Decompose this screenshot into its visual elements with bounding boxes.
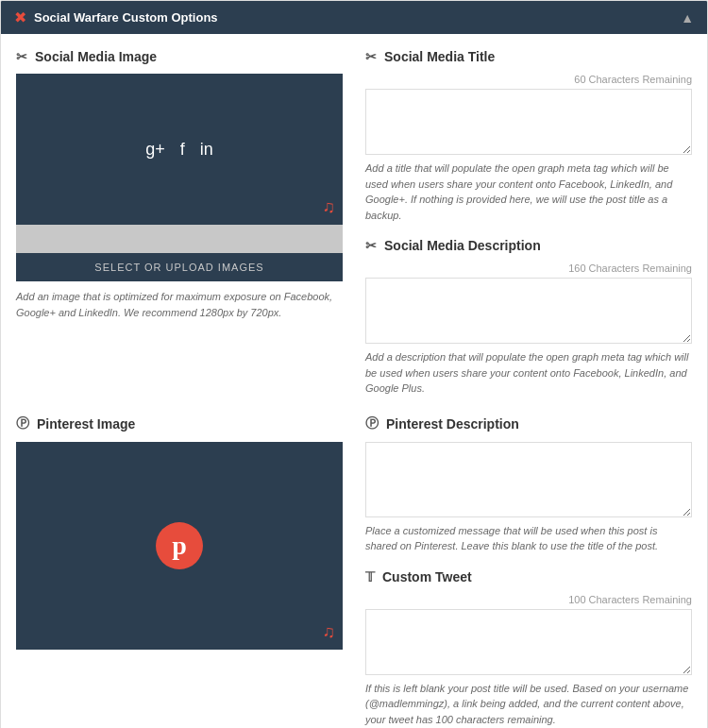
right-col-inner: ✂ Social Media Title 60 Characters Remai…: [365, 49, 692, 397]
pinterest-description-group: Ⓟ Pinterest Description Place a customiz…: [365, 415, 692, 554]
social-preview-icons: g+ f in: [145, 140, 213, 160]
pinterest-logo: p: [156, 522, 203, 569]
social-media-right-col: ✂ Social Media Title 60 Characters Remai…: [365, 49, 692, 397]
upload-images-button[interactable]: SELECT OR UPLOAD IMAGES: [16, 253, 343, 281]
facebook-icon: f: [180, 140, 185, 160]
pinterest-description-hint: Place a customized message that will be …: [365, 523, 692, 554]
pinterest-image-title: Ⓟ Pinterest Image: [16, 415, 343, 432]
linkedin-icon: in: [200, 140, 213, 160]
sw-logo-icon: ✖: [14, 8, 26, 26]
custom-tweet-hint: If this is left blank your post title wi…: [365, 681, 692, 728]
watermark-icon: ♫: [323, 197, 336, 217]
social-media-description-input[interactable]: [365, 278, 692, 344]
social-media-description-hint: Add a description that will populate the…: [365, 349, 692, 397]
twitter-icon: 𝕋: [365, 569, 375, 584]
social-image-hint: Add an image that is optimized for maxim…: [16, 289, 343, 320]
tweet-char-remaining: 100 Characters Remaining: [365, 594, 692, 605]
image-gray-bar: [16, 225, 343, 253]
panel-header-left: ✖ Social Warfare Custom Options: [14, 8, 218, 26]
share-icon-title: ✂: [365, 49, 377, 64]
pinterest-section-icon: Ⓟ: [16, 415, 29, 432]
social-media-image-preview: g+ f in ♫: [16, 74, 343, 225]
google-plus-icon: g+: [145, 140, 165, 160]
social-media-description-heading: ✂ Social Media Description: [365, 238, 692, 253]
custom-tweet-heading: 𝕋 Custom Tweet: [365, 569, 692, 584]
social-media-title-input[interactable]: [365, 89, 692, 155]
social-media-title-heading: ✂ Social Media Title: [365, 49, 692, 64]
social-media-title-group: ✂ Social Media Title 60 Characters Remai…: [365, 49, 692, 223]
panel-body: ✂ Social Media Image g+ f in ♫ SELECT OR…: [1, 34, 707, 728]
pinterest-description-input[interactable]: [365, 442, 692, 517]
social-media-description-group: ✂ Social Media Description 160 Character…: [365, 238, 692, 397]
social-warfare-panel: ✖ Social Warfare Custom Options ▲ ✂ Soci…: [0, 0, 708, 728]
custom-tweet-group: 𝕋 Custom Tweet 100 Characters Remaining …: [365, 569, 692, 728]
description-char-remaining: 160 Characters Remaining: [365, 262, 692, 274]
panel-header: ✖ Social Warfare Custom Options ▲: [1, 1, 707, 34]
pinterest-right-col-inner: Ⓟ Pinterest Description Place a customiz…: [365, 415, 692, 729]
panel-toggle-button[interactable]: ▲: [681, 10, 694, 25]
title-char-remaining: 60 Characters Remaining: [365, 74, 692, 85]
pinterest-watermark-icon: ♫: [323, 622, 336, 642]
custom-tweet-input[interactable]: [365, 609, 692, 675]
pinterest-image-section: Ⓟ Pinterest Image p ♫: [16, 415, 343, 729]
share-icon-social-image: ✂: [16, 49, 27, 64]
pinterest-right-col: Ⓟ Pinterest Description Place a customiz…: [365, 415, 692, 729]
share-icon-description: ✂: [365, 238, 377, 253]
social-media-title-hint: Add a title that will populate the open …: [365, 161, 692, 223]
social-media-image-section: ✂ Social Media Image g+ f in ♫ SELECT OR…: [16, 49, 343, 397]
pinterest-description-heading: Ⓟ Pinterest Description: [365, 415, 692, 432]
panel-title: Social Warfare Custom Options: [34, 10, 218, 25]
social-media-image-title: ✂ Social Media Image: [16, 49, 343, 64]
pinterest-image-preview: p ♫: [16, 442, 343, 650]
pinterest-desc-icon: Ⓟ: [365, 415, 379, 432]
